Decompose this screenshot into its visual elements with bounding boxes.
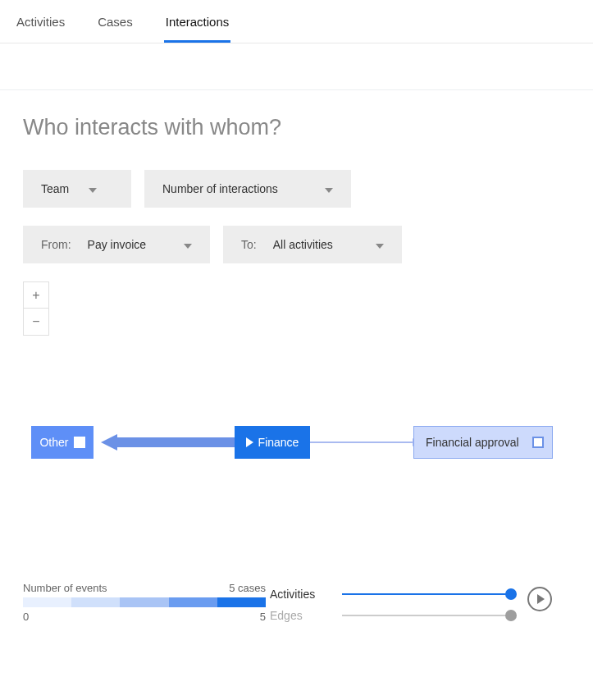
node-financial-approval[interactable]: Financial approval bbox=[413, 426, 553, 459]
legend-title: Number of events bbox=[23, 582, 107, 594]
node-finance-label: Finance bbox=[258, 436, 299, 449]
node-finance[interactable]: Finance bbox=[235, 426, 310, 459]
stop-icon bbox=[532, 437, 544, 448]
grouping-select-value: Team bbox=[41, 182, 69, 195]
page-title: Who interacts with whom? bbox=[23, 115, 570, 140]
zoom-out-button[interactable]: − bbox=[24, 309, 48, 335]
play-icon bbox=[246, 437, 253, 447]
node-other-label: Other bbox=[39, 436, 68, 449]
edges-slider-thumb[interactable] bbox=[505, 610, 517, 621]
play-icon bbox=[537, 594, 545, 604]
to-select[interactable]: To: All activities bbox=[223, 226, 402, 263]
chevron-down-icon bbox=[184, 238, 192, 251]
edges-slider[interactable] bbox=[342, 615, 516, 616]
node-other[interactable]: Other bbox=[31, 426, 94, 459]
activities-slider-thumb[interactable] bbox=[505, 588, 517, 600]
tab-activities[interactable]: Activities bbox=[15, 8, 66, 43]
from-label: From: bbox=[41, 238, 71, 251]
chevron-down-icon bbox=[89, 182, 97, 195]
color-legend: Number of events 5 cases 0 5 bbox=[23, 582, 266, 623]
legend-max: 5 bbox=[260, 611, 266, 623]
metric-select[interactable]: Number of interactions bbox=[144, 170, 351, 208]
tab-bar: Activities Cases Interactions bbox=[0, 0, 593, 43]
interaction-graph[interactable]: Other Finance Financial approval bbox=[23, 385, 570, 574]
activities-slider[interactable] bbox=[342, 593, 516, 595]
chevron-down-icon bbox=[376, 238, 384, 251]
play-animation-button[interactable] bbox=[527, 587, 552, 611]
edge-finance-to-other[interactable] bbox=[101, 434, 235, 451]
chevron-down-icon bbox=[325, 182, 333, 195]
to-label: To: bbox=[241, 238, 257, 251]
legend-min: 0 bbox=[23, 611, 29, 623]
from-select[interactable]: From: Pay invoice bbox=[23, 226, 210, 263]
node-financial-approval-label: Financial approval bbox=[426, 436, 519, 449]
zoom-in-button[interactable]: + bbox=[24, 282, 48, 309]
to-value: All activities bbox=[273, 238, 333, 251]
zoom-controls: + − bbox=[23, 281, 49, 336]
edges-slider-label: Edges bbox=[270, 609, 326, 622]
legend-cases: 5 cases bbox=[229, 582, 266, 594]
metric-select-value: Number of interactions bbox=[162, 182, 278, 195]
sliders: Activities Edges bbox=[270, 583, 516, 626]
color-scale bbox=[23, 597, 266, 607]
from-value: Pay invoice bbox=[88, 238, 147, 251]
stop-icon bbox=[74, 437, 85, 448]
edge-finance-to-financial-approval[interactable] bbox=[310, 442, 413, 443]
tab-cases[interactable]: Cases bbox=[96, 8, 135, 43]
tab-interactions[interactable]: Interactions bbox=[164, 8, 231, 43]
activities-slider-label: Activities bbox=[270, 588, 326, 601]
main-content: Who interacts with whom? Team Number of … bbox=[0, 90, 593, 626]
grouping-select[interactable]: Team bbox=[23, 170, 131, 208]
